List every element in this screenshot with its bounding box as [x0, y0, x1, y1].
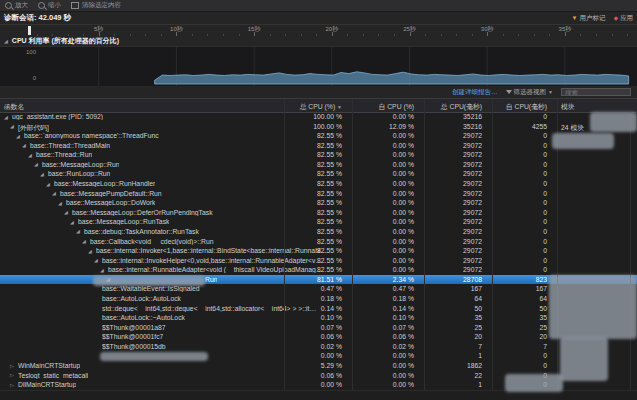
call-tree-row[interactable]: ▷WinMainCRTStartup5.29 %0.00 %18620: [0, 361, 637, 371]
call-tree-row[interactable]: base::AutoLock::~AutoLock0.10 %0.10 %353…: [0, 313, 637, 323]
expander-open-icon[interactable]: ◢: [58, 200, 62, 206]
expander-open-icon[interactable]: ◢: [22, 142, 26, 148]
expander-closed-icon[interactable]: ▷: [10, 363, 14, 369]
total-cpu-pct: 0.00 %: [284, 381, 342, 388]
call-tree-row[interactable]: ◢base::MessagePumpDefault::Run82.55 %0.0…: [0, 189, 637, 199]
call-tree-row[interactable]: std::deque<__int64,std::deque<__int64,st…: [0, 304, 637, 314]
function-name: WinMainCRTStartup: [18, 362, 80, 369]
cpu-usage-chart[interactable]: 100 0: [0, 47, 637, 86]
column-separator: [492, 99, 493, 390]
column-header-total-cpu-ms[interactable]: 总 CPU(毫秒): [424, 102, 482, 112]
expander-open-icon[interactable]: ◢: [40, 171, 44, 177]
total-cpu-pct: 82.55 %: [284, 247, 342, 254]
column-header-self-cpu-pct[interactable]: 自 CPU (%): [352, 102, 414, 112]
call-tree-row[interactable]: ◢base::Thread::ThreadMain82.55 %0.00 %29…: [0, 141, 637, 151]
self-cpu-ms: 0: [492, 362, 547, 369]
expander-open-icon[interactable]: ◢: [28, 152, 32, 158]
self-cpu-pct: 0.00 %: [352, 209, 414, 216]
call-tree-row[interactable]: 0.00 %0.00 %10: [0, 351, 637, 361]
call-tree-row[interactable]: ◢base::RunLoop::Run82.55 %0.00 %290720: [0, 169, 637, 179]
total-cpu-pct: 82.55 %: [284, 180, 342, 187]
total-cpu-pct: 100.00 %: [284, 123, 342, 130]
total-cpu-ms: 35: [424, 314, 482, 321]
self-cpu-ms: 0: [492, 266, 547, 273]
call-tree-row[interactable]: ◢base::MessageLoop::RunHandler82.55 %0.0…: [0, 179, 637, 189]
total-cpu-ms: 29072: [424, 218, 482, 225]
total-cpu-ms: 29072: [424, 247, 482, 254]
expander-open-icon[interactable]: ◢: [16, 133, 20, 139]
expander-open-icon[interactable]: ◢: [76, 228, 80, 234]
toolbar-button-label: 清除选定内容: [82, 1, 121, 10]
section-expander-icon[interactable]: ◢: [4, 38, 8, 44]
self-cpu-ms: 0: [492, 247, 547, 254]
total-cpu-ms: 29072: [424, 266, 482, 273]
call-tree-row[interactable]: ◢base::MessageLoop::Run82.55 %0.00 %2907…: [0, 160, 637, 170]
expander-open-icon[interactable]: ◢: [88, 248, 92, 254]
total-cpu-ms: 1862: [424, 362, 482, 369]
expander-open-icon[interactable]: ◢: [10, 123, 14, 129]
self-cpu-ms: 0: [492, 199, 547, 206]
column-header-self-cpu-ms[interactable]: 自 CPU(毫秒): [492, 102, 547, 112]
search-input[interactable]: [561, 88, 631, 96]
expander-closed-icon[interactable]: ▷: [10, 372, 14, 378]
expander-open-icon[interactable]: ◢: [82, 238, 86, 244]
call-tree-row[interactable]: ◢ugc_assistant.exe (PID: 5092)100.00 %0.…: [0, 112, 637, 122]
call-tree-row[interactable]: $$Thunk@00001fc70.06 %0.06 %2020: [0, 332, 637, 342]
expander-open-icon[interactable]: ◢: [94, 257, 98, 263]
expander-open-icon[interactable]: ◢: [52, 190, 56, 196]
self-cpu-pct: 0.00 %: [352, 113, 414, 120]
legend-item[interactable]: ▼用户标记: [571, 14, 605, 23]
legend-item[interactable]: ◆应用: [613, 14, 633, 23]
total-cpu-pct: 5.29 %: [284, 362, 342, 369]
call-tree-row[interactable]: ◢base::Thread::Run82.55 %0.00 %290720: [0, 150, 637, 160]
legend-label: 应用: [620, 14, 633, 21]
filter-view-dropdown[interactable]: 筛选器视图 ▼: [506, 88, 553, 97]
column-header-module[interactable]: 模块: [561, 102, 575, 112]
toolbar-button-1[interactable]: 缩小: [38, 1, 61, 10]
total-cpu-pct: 82.55 %: [284, 190, 342, 197]
total-cpu-ms: 29072: [424, 142, 482, 149]
self-cpu-pct: 0.00 %: [352, 218, 414, 225]
self-cpu-pct: 0.00 %: [352, 247, 414, 254]
toolbar-button-0[interactable]: 放大: [5, 1, 28, 10]
call-tree-row[interactable]: $$Thunk@000015db0.02 %0.02 %77: [0, 342, 637, 352]
call-tree-row[interactable]: ◢base::`anonymous namespace'::ThreadFunc…: [0, 131, 637, 141]
expander-open-icon[interactable]: ◢: [4, 114, 8, 120]
expander-open-icon[interactable]: ◢: [46, 181, 50, 187]
total-cpu-pct: 82.55 %: [284, 151, 342, 158]
self-cpu-ms: 35: [492, 314, 547, 321]
scrollbar-edge[interactable]: [630, 112, 631, 390]
toolbar-button-2[interactable]: 清除选定内容: [71, 1, 121, 10]
column-separator: [424, 99, 425, 390]
expander-open-icon[interactable]: ◢: [34, 161, 38, 167]
call-tree-row[interactable]: ◢base::internal::RunnableAdapter<void (_…: [0, 265, 637, 275]
total-cpu-pct: 0.14 %: [284, 305, 342, 312]
create-detailed-report-link[interactable]: 创建详细报告…: [452, 88, 498, 97]
total-cpu-ms: 29072: [424, 190, 482, 197]
self-cpu-ms: 0: [492, 161, 547, 168]
column-header-total-cpu-pct[interactable]: 总 CPU (%) ▼: [284, 102, 342, 112]
call-tree-row[interactable]: ◢base::debug::TaskAnnotator::RunTask82.5…: [0, 227, 637, 237]
call-tree-row[interactable]: ◢base::Callback<void __cdecl(void)>::Run…: [0, 237, 637, 247]
total-cpu-pct: 100.00 %: [284, 113, 342, 120]
self-cpu-pct: 0.07 %: [352, 324, 414, 331]
redaction-blur: [93, 276, 205, 286]
expander-open-icon[interactable]: ◢: [70, 219, 74, 225]
call-tree-row[interactable]: ◢base::MessageLoop::DeferOrRunPendingTas…: [0, 208, 637, 218]
expander-open-icon[interactable]: ◢: [100, 267, 104, 273]
cpu-section-header[interactable]: ◢ CPU 利用率 (所有处理器的百分比): [0, 36, 637, 47]
call-tree-row[interactable]: ◢base::MessageLoop::RunTask82.55 %0.00 %…: [0, 217, 637, 227]
self-cpu-pct: 0.00 %: [352, 238, 414, 245]
call-tree-row[interactable]: base::AutoLock::AutoLock0.18 %0.18 %6464: [0, 294, 637, 304]
expander-closed-icon[interactable]: ▷: [10, 382, 14, 388]
call-tree-row[interactable]: ◢base::internal::Invoker<1,base::interna…: [0, 246, 637, 256]
expander-open-icon[interactable]: ◢: [64, 209, 68, 215]
total-cpu-pct: 82.55 %: [284, 238, 342, 245]
call-tree-row[interactable]: ◢base::MessageLoop::DoWork82.55 %0.00 %2…: [0, 198, 637, 208]
call-tree-row[interactable]: ◢[外部代码]100.00 %12.09 %35216425524 模块: [0, 122, 637, 132]
call-tree-row[interactable]: $$Thunk@00001a870.07 %0.07 %2525: [0, 323, 637, 333]
total-cpu-ms: 28708: [424, 276, 482, 283]
column-header-function-name[interactable]: 函数名: [4, 102, 24, 112]
ruler-cursor[interactable]: [28, 26, 31, 35]
call-tree-row[interactable]: ◢base::internal::InvokeHelper<0,void,bas…: [0, 256, 637, 266]
